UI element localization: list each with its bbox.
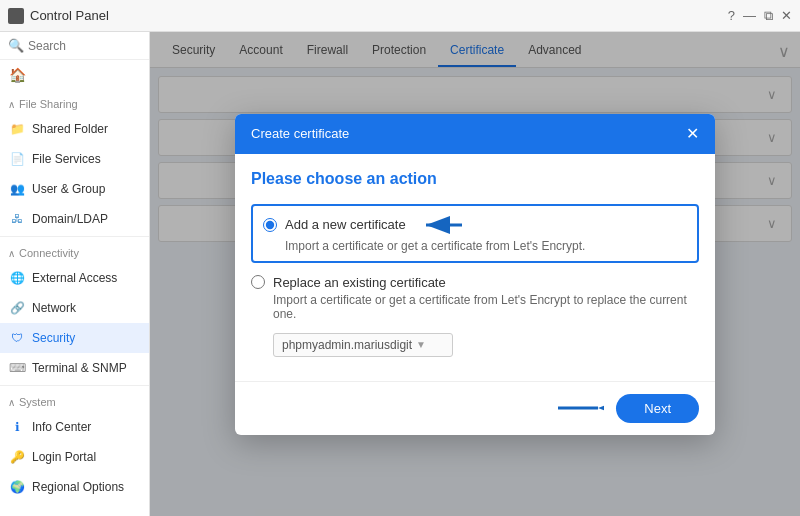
search-icon: 🔍 xyxy=(8,38,24,53)
sidebar-item-domain-ldap[interactable]: 🖧 Domain/LDAP xyxy=(0,204,149,234)
app-icon xyxy=(8,8,24,24)
sidebar-item-label: Security xyxy=(32,331,75,345)
network-icon: 🔗 xyxy=(8,299,26,317)
option-desc-add-new: Import a certificate or get a certificat… xyxy=(285,239,687,253)
sidebar-divider xyxy=(0,236,149,237)
certificate-select[interactable]: phpmyadmin.mariusdigit ▼ xyxy=(273,333,453,357)
next-button[interactable]: Next xyxy=(616,394,699,423)
select-value: phpmyadmin.mariusdigit xyxy=(282,338,412,352)
sidebar-item-external-access[interactable]: 🌐 External Access xyxy=(0,263,149,293)
file-services-icon: 📄 xyxy=(8,150,26,168)
option-desc-replace: Import a certificate or get a certificat… xyxy=(273,293,699,321)
section-connectivity: ∧ Connectivity xyxy=(0,239,149,263)
minimize-button[interactable]: — xyxy=(743,8,756,23)
maximize-button[interactable]: ⧉ xyxy=(764,8,773,24)
section-system: ∧ System xyxy=(0,388,149,412)
globe-icon: 🌐 xyxy=(8,269,26,287)
section-caret: ∧ xyxy=(8,99,15,110)
radio-add-new[interactable] xyxy=(263,218,277,232)
search-input[interactable] xyxy=(28,39,141,53)
sidebar-item-label: User & Group xyxy=(32,182,105,196)
app-body: 🔍 🏠 ∧ File Sharing 📁 Shared Folder 📄 Fil… xyxy=(0,32,800,516)
section-label: Connectivity xyxy=(19,247,79,259)
section-file-sharing: ∧ File Sharing xyxy=(0,90,149,114)
login-icon: 🔑 xyxy=(8,448,26,466)
modal-create-certificate: Create certificate ✕ Please choose an ac… xyxy=(235,114,715,435)
sidebar-item-shared-folder[interactable]: 📁 Shared Folder xyxy=(0,114,149,144)
sidebar-item-label: Network xyxy=(32,301,76,315)
sidebar-item-label: Info Center xyxy=(32,420,91,434)
modal-close-button[interactable]: ✕ xyxy=(686,126,699,142)
app-title: Control Panel xyxy=(30,8,109,23)
sidebar-item-label: Shared Folder xyxy=(32,122,108,136)
group-icon: 👥 xyxy=(8,180,26,198)
info-icon: ℹ xyxy=(8,418,26,436)
folder-icon: 📁 xyxy=(8,120,26,138)
modal-heading: Please choose an action xyxy=(251,170,699,188)
sidebar-item-label: Terminal & SNMP xyxy=(32,361,127,375)
modal-body: Please choose an action Add a new certif… xyxy=(235,154,715,381)
arrow-annotation-1 xyxy=(422,214,466,236)
sidebar-item-home[interactable]: 🏠 xyxy=(0,60,149,90)
close-button[interactable]: ✕ xyxy=(781,8,792,23)
select-chevron-icon: ▼ xyxy=(416,339,426,350)
sidebar-item-network[interactable]: 🔗 Network xyxy=(0,293,149,323)
shield-icon: 🛡 xyxy=(8,329,26,347)
option-label-replace[interactable]: Replace an existing certificate xyxy=(273,275,446,290)
search-bar[interactable]: 🔍 xyxy=(0,32,149,60)
section-label: System xyxy=(19,396,56,408)
sidebar-divider-2 xyxy=(0,385,149,386)
home-icon: 🏠 xyxy=(8,66,26,84)
sidebar-item-regional-options[interactable]: 🌍 Regional Options xyxy=(0,472,149,502)
arrow-annotation-2 xyxy=(554,397,604,419)
modal-footer: Next xyxy=(235,381,715,435)
sidebar-item-file-services[interactable]: 📄 File Services xyxy=(0,144,149,174)
sidebar-item-security[interactable]: 🛡 Security xyxy=(0,323,149,353)
option-row-replace: Replace an existing certificate xyxy=(251,275,699,290)
domain-icon: 🖧 xyxy=(8,210,26,228)
sidebar-item-label: Regional Options xyxy=(32,480,124,494)
sidebar-item-login-portal[interactable]: 🔑 Login Portal xyxy=(0,442,149,472)
help-button[interactable]: ? xyxy=(728,8,735,23)
sidebar-item-label: Domain/LDAP xyxy=(32,212,108,226)
window-controls[interactable]: ? — ⧉ ✕ xyxy=(728,8,792,24)
regional-icon: 🌍 xyxy=(8,478,26,496)
select-wrapper: phpmyadmin.mariusdigit ▼ xyxy=(273,333,699,357)
sidebar-item-terminal-snmp[interactable]: ⌨ Terminal & SNMP xyxy=(0,353,149,383)
section-caret: ∧ xyxy=(8,397,15,408)
sidebar-item-label: File Services xyxy=(32,152,101,166)
sidebar-item-label: External Access xyxy=(32,271,117,285)
modal-title: Create certificate xyxy=(251,126,349,141)
sidebar-item-label: Login Portal xyxy=(32,450,96,464)
right-arrow-svg xyxy=(554,397,604,419)
option-block-replace: Replace an existing certificate Import a… xyxy=(251,275,699,321)
modal-header: Create certificate ✕ xyxy=(235,114,715,154)
section-label: File Sharing xyxy=(19,98,78,110)
option-row-add-new: Add a new certificate xyxy=(263,214,687,236)
content-area: Security Account Firewall Protection Cer… xyxy=(150,32,800,516)
option-block-add-new: Add a new certificate xyxy=(251,204,699,263)
sidebar-item-info-center[interactable]: ℹ Info Center xyxy=(0,412,149,442)
section-caret: ∧ xyxy=(8,248,15,259)
terminal-icon: ⌨ xyxy=(8,359,26,377)
modal-overlay: Create certificate ✕ Please choose an ac… xyxy=(150,32,800,516)
sidebar: 🔍 🏠 ∧ File Sharing 📁 Shared Folder 📄 Fil… xyxy=(0,32,150,516)
sidebar-item-user-group[interactable]: 👥 User & Group xyxy=(0,174,149,204)
option-label-add-new[interactable]: Add a new certificate xyxy=(285,217,406,232)
radio-replace-existing[interactable] xyxy=(251,275,265,289)
left-arrow-svg xyxy=(422,214,466,236)
title-bar: Control Panel ? — ⧉ ✕ xyxy=(0,0,800,32)
